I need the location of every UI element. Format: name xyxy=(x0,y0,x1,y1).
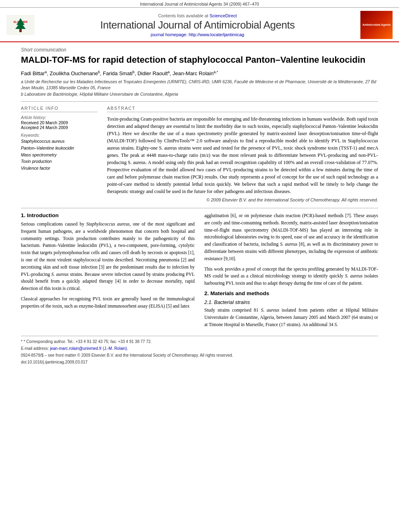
abstract-text: Toxin-producing Gram-positive bacteria a… xyxy=(107,115,378,195)
affiliations: a Unité de Recherche sur les Maladies In… xyxy=(21,79,378,97)
corresponding-text: * Corresponding author. Tel.: +33 4 91 3… xyxy=(24,339,152,344)
abstract-mz: m/z xyxy=(202,152,209,158)
section-2-heading: 2. Materials and methods xyxy=(204,290,378,296)
affiliation-b: b Laboratoire de Bactériologie, Hôpital … xyxy=(21,91,378,97)
citation-text: International Journal of Antimicrobial A… xyxy=(140,2,259,6)
header-left: ELSEVIER xyxy=(6,15,35,35)
body-two-col: 1. Introduction Serious complications ca… xyxy=(21,212,378,332)
section-2-para-1: Study strains comprised 81 S. aureus iso… xyxy=(204,307,378,328)
abstract-first-word: Toxin xyxy=(107,116,118,122)
species-right-2: S. aureus xyxy=(345,273,363,278)
species-sec2-2: S. xyxy=(335,322,338,327)
issn-note: 0924-8579/$ – see front matter © 2009 El… xyxy=(21,352,378,358)
keyword-4: Toxin production xyxy=(21,158,97,165)
footer: * * Corresponding author. Tel.: +33 4 91… xyxy=(21,339,378,365)
affiliation-a: a Unité de Recherche sur les Maladies In… xyxy=(21,79,378,90)
svg-rect-4 xyxy=(19,29,22,32)
body-left-col: 1. Introduction Serious complications ca… xyxy=(21,212,195,332)
species-right-1: S. aureus xyxy=(280,242,297,246)
journal-homepage-line: journal homepage: http://www.locate/ijan… xyxy=(35,32,360,37)
abstract-species-3: S. aureus xyxy=(128,160,146,165)
homepage-label: journal homepage: xyxy=(151,32,187,37)
section-1-heading: 1. Introduction xyxy=(21,212,195,218)
page: International Journal of Antimicrobial A… xyxy=(0,0,399,532)
article-info-abstract-row: ARTICLE INFO Article history: Received 2… xyxy=(21,106,378,202)
authors: Fadi Bittara, Zoulikha Ouchenaneb, Farid… xyxy=(21,70,378,76)
abstract-col: ABSTRACT Toxin-producing Gram-positive b… xyxy=(107,106,378,202)
main-content: Short communication MALDI-TOF-MS for rap… xyxy=(0,42,399,372)
section-divider-1 xyxy=(21,208,378,208)
copyright-line: © 2009 Elsevier B.V. and the Internation… xyxy=(107,197,378,202)
received-date: Received 20 March 2009 xyxy=(21,120,97,125)
header-center: Contents lists available at ScienceDirec… xyxy=(35,13,360,37)
journal-title: International Journal of Antimicrobial A… xyxy=(35,19,360,31)
article-title: MALDI-TOF-MS for rapid detection of stap… xyxy=(21,54,378,66)
section-1-para-1: Serious complications caused by Staphylo… xyxy=(21,221,195,292)
abstract-gene: mecA xyxy=(367,145,378,151)
species-pvl: S. aureus xyxy=(51,272,69,277)
accepted-date: Accepted 24 March 2009 xyxy=(21,125,97,130)
section-1-right-para-1: agglutination [6], or on polymerase chai… xyxy=(204,212,378,263)
footer-divider xyxy=(21,336,378,336)
contents-line: Contents lists available at ScienceDirec… xyxy=(35,13,360,18)
history-group: Article history: Received 20 March 2009 … xyxy=(21,115,97,130)
abstract-species: Staphylococcus aureus xyxy=(107,138,378,151)
keywords-label: Keywords: xyxy=(21,133,97,138)
email-label: E-mail address: xyxy=(21,346,49,351)
subsection-2-1-heading: 2.1. Bacterial strains xyxy=(204,300,378,305)
citation-line: International Journal of Antimicrobial A… xyxy=(0,0,399,8)
abstract-species-2: S. aureus xyxy=(159,145,177,151)
email-note: E-mail address: jean-marc.rolain@univmed… xyxy=(21,345,378,351)
contents-available-text: Contents lists available at xyxy=(158,13,208,18)
history-label: Article history: xyxy=(21,115,97,120)
email-value: jean-marc.rolain@univmed.fr (J.-M. Rolai… xyxy=(50,346,128,351)
keyword-1: Staphylococcus aureus xyxy=(21,138,97,145)
article-info-label: ARTICLE INFO xyxy=(21,106,97,112)
article-info-col: ARTICLE INFO Article history: Received 2… xyxy=(21,106,97,202)
corresponding-note: * * Corresponding author. Tel.: +33 4 91… xyxy=(21,339,378,345)
keywords-group: Keywords: Staphylococcus aureus Panton–V… xyxy=(21,133,97,172)
section-1-right-para-2: This work provides a proof of concept th… xyxy=(204,266,378,287)
article-type: Short communication xyxy=(21,47,378,53)
body-right-col: agglutination [6], or on polymerase chai… xyxy=(204,212,378,332)
keyword-5: Virulence factor xyxy=(21,165,97,172)
homepage-url[interactable]: http://www.locate/ijantimicag xyxy=(189,32,244,37)
keywords-list: Staphylococcus aureus Panton–Valentine l… xyxy=(21,138,97,172)
species-sec2: S. aureus xyxy=(261,308,280,312)
section-1-para-2: Classical approaches for recognising PVL… xyxy=(21,296,195,310)
elsevier-logo-icon: ELSEVIER xyxy=(6,15,35,35)
logo-right-text: Antimicrobial Agents xyxy=(362,23,391,27)
keyword-3: Mass spectrometry xyxy=(21,152,97,158)
doi-note: doi:10.1016/j.ijantimicag.2009.03.017 xyxy=(21,359,378,365)
keyword-2: Panton–Valentine leukocidin xyxy=(21,145,97,152)
species-intro: Staphylococcus aureus xyxy=(86,222,130,226)
journal-logo-right: Antimicrobial Agents xyxy=(360,11,393,39)
divider-after-affiliations xyxy=(21,101,378,102)
abstract-label: ABSTRACT xyxy=(107,106,378,112)
sciencedirect-link[interactable]: ScienceDirect xyxy=(210,13,237,18)
journal-header: ELSEVIER Contents lists available at Sci… xyxy=(0,8,399,42)
